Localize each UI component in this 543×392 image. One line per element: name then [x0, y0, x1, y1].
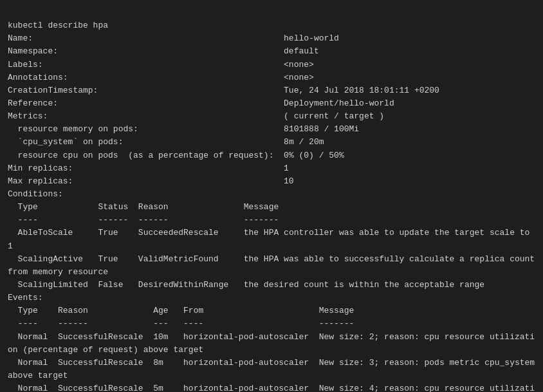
terminal-line: Conditions: — [8, 188, 535, 201]
terminal-line: Reference: Deployment/hello-world — [8, 97, 535, 110]
terminal-line: Annotations: <none> — [8, 71, 535, 84]
terminal-line: ---- ------ ------ ------- — [8, 214, 535, 227]
terminal-line: ---- ------ --- ---- ------- — [8, 317, 535, 330]
terminal-line: Labels: <none> — [8, 59, 535, 71]
terminal-line: Events: — [8, 292, 535, 304]
terminal-line: resource cpu on pods (as a percentage of… — [8, 149, 535, 162]
terminal-line: Max replicas: 10 — [8, 175, 535, 188]
terminal-output: kubectl describe hpaName: hello-worldNam… — [8, 6, 535, 392]
terminal-line: CreationTimestamp: Tue, 24 Jul 2018 18:0… — [8, 84, 535, 97]
terminal-line: Type Reason Age From Message — [8, 304, 535, 317]
terminal-line: Normal SuccessfulRescale 5m horizontal-p… — [8, 382, 535, 392]
terminal-line: resource memory on pods: 8101888 / 100Mi — [8, 123, 535, 136]
terminal-line: Normal SuccessfulRescale 8m horizontal-p… — [8, 357, 535, 382]
terminal-line: Type Status Reason Message — [8, 201, 535, 214]
terminal-line: Name: hello-world — [8, 32, 535, 45]
terminal-line: AbleToScale True SucceededRescale the HP… — [8, 227, 535, 252]
terminal-line: `cpu_system` on pods: 8m / 20m — [8, 136, 535, 149]
terminal-line: ScalingActive True ValidMetricFound the … — [8, 253, 535, 279]
terminal-line: Namespace: default — [8, 45, 535, 58]
terminal-line: Normal SuccessfulRescale 10m horizontal-… — [8, 331, 535, 357]
terminal-line: Min replicas: 1 — [8, 162, 535, 175]
terminal-line: kubectl describe hpa — [8, 19, 535, 32]
terminal-line: Metrics: ( current / target ) — [8, 110, 535, 123]
terminal-line: ScalingLimited False DesiredWithinRange … — [8, 279, 535, 292]
